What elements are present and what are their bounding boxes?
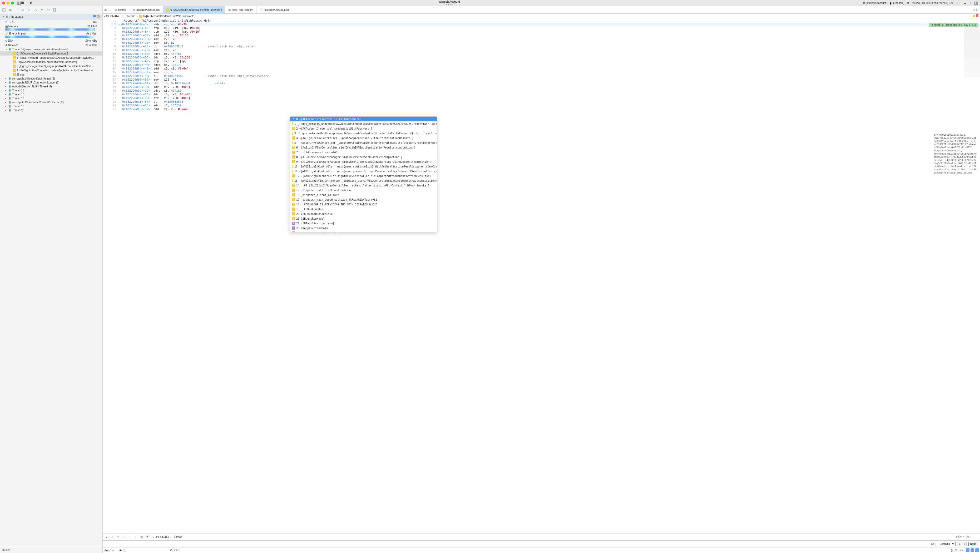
thread-row[interactable]: ▸🧵 Thread 20 [0,108,102,112]
stack-popup-item[interactable]: F 24 ___lldb_unnamed_symbol275 [290,230,437,232]
thread-row[interactable]: ▸🧵 Thread 15 [0,92,102,96]
disasm-line[interactable]: 20 0x182226d9c <+72>: adrp x8, 414189 [111,89,980,93]
warnings-badge[interactable]: ⚠ 7 [956,2,961,5]
stack-popup-item[interactable]: A 0 -[ACAccountCredential initWithPasswo… [290,117,437,121]
disasm-line[interactable]: 13 0x182226d80 <+44>: adrp x8, 103172 [111,63,980,67]
stack-popup-item[interactable]: F 2 +[ACAccountCredential credentialWith… [290,126,437,131]
error-icon[interactable] [976,14,978,17]
editor-tab[interactable]: m jailAppleAccount.xm [129,6,163,13]
thread-row[interactable]: ▸🧵 Thread 13 [0,88,102,92]
find-nav-icon[interactable] [21,8,25,12]
trash-icon[interactable]: 🗑 [950,549,953,552]
project-nav-icon[interactable] [2,8,6,12]
hide-debug-icon[interactable]: ▸ [105,535,108,539]
disasm-line[interactable]: 4 0x182226d5c <+8>: stp x29, x30, [sp, #… [111,30,980,34]
continue-icon[interactable]: ↷ [116,535,120,539]
thread-row[interactable]: ▸🧵 Thread 16 [0,96,102,100]
disasm-line[interactable]: 22 0x182226da4 <+80>: str x8, [x20, #0x8… [111,96,980,100]
disasm-line[interactable]: 3 0x182226d58 <+4>: stp x20, x19, [sp, #… [111,26,980,30]
thread-row[interactable]: ▸🧵 com.apple.uikit.eventfetch-thread (2) [0,76,102,81]
stack-popup-item[interactable]: F 15 _dispatch_call_block_and_release [290,188,437,193]
disasm-line[interactable]: 12 0x182226d7c <+40>: stp x20, x8, [sp] [111,59,980,63]
stack-popup-item[interactable]: F 19 __CFRunLoopRun [290,207,437,212]
disasm-line[interactable]: 6 0x182226d64 <+16>: mov x20, x0 [111,37,980,41]
stack-frame[interactable]: U 1 _logos_method$_ungrouped$ACAccountCr… [0,56,102,60]
info-icon[interactable]: ⓘ [97,15,100,19]
process-header[interactable]: ▼⚙ PID 32314 ⓘ [0,14,102,20]
disasm-line[interactable]: 7 0x182226d68 <+20>: mov x0, x2 [111,41,980,45]
filter-chip[interactable] [966,548,969,552]
editor-options-icon[interactable]: ≡ [974,8,975,11]
source-control-nav-icon[interactable]: ⊠ [8,8,12,12]
match-case-toggle[interactable]: Aa [930,542,935,546]
thread-row[interactable]: ▸🧵 com.apple.CFNetwork.CustomProtocols (… [0,100,102,104]
step-into-icon[interactable]: ↓ [128,535,132,539]
test-nav-icon[interactable]: ◇ [34,8,37,12]
editor-tab[interactable]: ≡ control [112,6,129,13]
thread-row[interactable]: ▼🧵 Thread 1 Queue: com.apple.main-thread… [0,48,102,51]
breakpoint-indicator[interactable]: Thread 1: breakpoint 63.1 (1) [929,23,978,27]
step-out-icon[interactable]: ↑ [134,535,137,539]
stack-popup-item[interactable]: F 21 GSEventRunModal [290,216,437,221]
stack-frame[interactable]: A 25 start [0,72,102,76]
stack-popup-item[interactable]: F 17 _dispatch_main_queue_callback_4CF$V… [290,197,437,202]
disasm-line[interactable]: 17 0x182226d90 <+60>: mov x20, x0 [111,78,980,81]
back-icon[interactable]: ‹ [108,8,109,11]
activity-icon[interactable]: ☁ [964,2,966,5]
dbg-thread[interactable]: Thread [174,535,182,539]
disasm-line[interactable]: 2 -> 0x182226d54 <+0>: sub sp, sp, #0x30 [111,23,980,26]
find-done-button[interactable]: Done [969,542,978,546]
thread-row[interactable]: ▸🧵 Thread 19 [0,104,102,108]
minimap[interactable] [964,24,980,77]
stack-popup-item[interactable]: F 5 -[AASignInFlowController _updateOrCr… [290,140,437,145]
grid-icon[interactable]: ⊞ [104,8,107,11]
find-next-button[interactable]: › [963,542,967,546]
stack-popup-item[interactable]: F 12 -[AAUISignInController signInViewCo… [290,174,437,178]
stack-popup-item[interactable]: F 18 __CFRUNLOOP_IS_SERVICING_THE_MAIN_D… [290,202,437,207]
editor-tab[interactable]: m hook_reqResp.xm [225,6,256,13]
disasm-line[interactable]: 15 0x182226d88 <+52>: mov x0, sp [111,70,980,74]
thread-row[interactable]: ▸🧵 com.apple.NSURLConnectionLoader (3) [0,81,102,84]
jump-bar[interactable]: ▪ PID 32314 › ⓘ Thread 1 › A 0 -[ACAccou… [103,14,980,19]
breakpoint-nav-icon[interactable] [46,8,50,12]
stack-popup-item[interactable]: F 8 -[AIDAServiceOwnersManager signInSer… [290,155,437,159]
variables-filter-input[interactable] [174,549,207,552]
library-icon[interactable] [974,1,978,5]
scheme-selector[interactable]: 🏛 jailAppleAccount › 📱 iPhone8_150 [861,1,911,5]
disasm-line[interactable]: 23 0x182226da8 <+84>: bl 0x1808835c8 [111,100,980,104]
disasm-line[interactable]: 9 0x182226d70 <+28>: mov x19, x0 [111,48,980,52]
thread-row[interactable]: ▸🧵 AVAudioSession Notify Thread (4) [0,84,102,88]
stack-popup-item[interactable]: F 14 __62-[AAUISignInViewController _att… [290,183,437,188]
disasm-line[interactable]: 19 0x182226d98 <+68>: ldr x0, [x20, #0x8… [111,85,980,89]
editor-tab[interactable]: 📄 jailAppleAccount.plist [256,6,292,13]
stack-popup-item[interactable]: F 16 _dispatch_client_callout [290,193,437,197]
sidebar-toggle-icon[interactable] [17,1,21,5]
filter-chip[interactable] [975,548,979,552]
disasm-line[interactable]: 14 0x182226d84 <+48>: add x1, x8, #0x6c4 [111,67,980,70]
stack-popup-item[interactable]: F 13 -[AAUISignInViewController _delegat… [290,178,437,183]
stack-frame[interactable]: A 4 -[AASignInFlowController _updateAppl… [0,68,102,72]
run-button[interactable] [29,1,33,5]
symbol-nav-icon[interactable] [15,8,18,12]
filter-input[interactable] [4,548,101,551]
debug-nav-icon[interactable] [40,8,44,12]
deactivate-breakpoints-icon[interactable]: ⏸ [111,535,114,539]
stack-popup-item[interactable]: F 7 ___lldb_unnamed_symbol40 [290,150,437,155]
issue-nav-icon[interactable]: ⚠ [27,8,31,12]
report-nav-icon[interactable] [52,8,56,12]
stack-popup-item[interactable]: U 3 _logos_meta_method$_ungrouped$ACAcco… [290,131,437,135]
zoom-window[interactable] [11,2,14,5]
stack-frame[interactable]: A 2 +[ACAccountCredential credentialWith… [0,60,102,64]
control-blue-dot[interactable] [93,15,96,18]
stack-popup-item[interactable]: P 22 -[UIApplication _run] [290,221,437,226]
stack-popup-item[interactable]: F 6 -[AASignInFlowController signInWithI… [290,145,437,150]
editor-tab[interactable]: A 0 -[ACAccountCredential initWithPasswo… [163,6,225,13]
add-tab-icon[interactable]: + [969,2,971,5]
disasm-line[interactable]: 16 0x182226d8c <+56>: bl 0x1808835b0 ; s… [111,74,980,78]
disasm-line[interactable]: 24 0x182226dac <+88>: adrp x8, 106239 [111,104,980,107]
info-icon[interactable]: ⓘ [124,548,126,552]
disasm-line[interactable]: 5 0x182226d60 <+12>: add x29, sp, #0x20 [111,34,980,37]
forward-icon[interactable]: › [110,8,111,11]
disasm-line[interactable]: 8 0x182226d6c <+24>: bl 0x1808835d4 ; sy… [111,45,980,48]
disasm-line[interactable]: 10 0x182226d74 <+32>: adrp x8, 454781 [111,52,980,56]
